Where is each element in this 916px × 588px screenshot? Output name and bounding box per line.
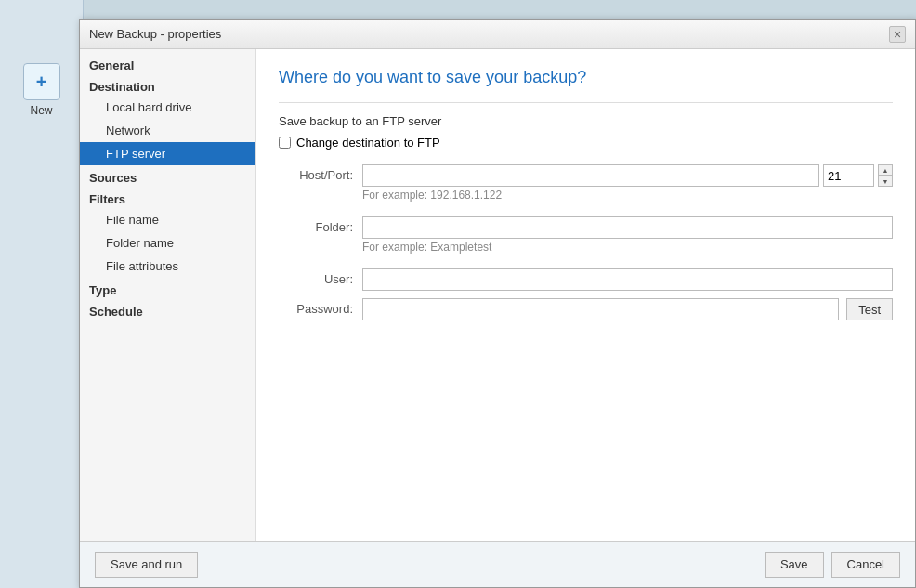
folder-row: Folder: For example: Exampletest xyxy=(279,216,893,265)
host-port-input-row: ▲ ▼ xyxy=(362,164,893,187)
dialog-body: General Destination Local hard drive Net… xyxy=(80,49,915,541)
content-title: Where do you want to save your backup? xyxy=(279,68,893,87)
user-wrap xyxy=(362,268,893,291)
password-input-row: Test xyxy=(362,298,893,320)
option-text: Save backup to an FTP server xyxy=(279,114,893,128)
port-spin-down[interactable]: ▼ xyxy=(878,176,893,187)
footer-right: Save Cancel xyxy=(765,552,900,578)
folder-label: Folder: xyxy=(279,216,362,234)
host-port-row: Host/Port: ▲ ▼ For example: 192.168.1.12… xyxy=(279,164,893,213)
user-row: User: xyxy=(279,268,893,291)
new-label: New xyxy=(30,104,52,117)
cancel-button[interactable]: Cancel xyxy=(831,552,900,578)
password-wrap: Test xyxy=(362,298,893,320)
host-input[interactable] xyxy=(362,164,819,187)
nav-item-folder-name[interactable]: Folder name xyxy=(80,231,255,255)
section-divider xyxy=(279,102,893,103)
save-and-run-button[interactable]: Save and run xyxy=(95,552,198,578)
nav-section-schedule[interactable]: Schedule xyxy=(80,299,255,320)
host-port-wrap: ▲ ▼ For example: 192.168.1.122 xyxy=(362,164,893,213)
folder-wrap: For example: Exampletest xyxy=(362,216,893,265)
change-destination-checkbox[interactable] xyxy=(279,137,291,149)
password-label: Password: xyxy=(279,298,362,316)
footer-left: Save and run xyxy=(95,552,198,578)
nav-section-sources[interactable]: Sources xyxy=(80,165,255,187)
nav-section-type[interactable]: Type xyxy=(80,278,255,299)
user-input-row xyxy=(362,268,893,291)
nav-item-network[interactable]: Network xyxy=(80,119,255,142)
user-input[interactable] xyxy=(362,268,893,291)
nav-item-ftp-server[interactable]: FTP server xyxy=(80,142,255,165)
folder-example: For example: Exampletest xyxy=(362,241,893,254)
password-row: Password: Test xyxy=(279,298,893,320)
content-panel: Where do you want to save your backup? S… xyxy=(256,49,915,541)
nav-item-file-attributes[interactable]: File attributes xyxy=(80,255,255,278)
host-port-label: Host/Port: xyxy=(279,164,362,182)
port-input[interactable] xyxy=(823,164,874,187)
test-button[interactable]: Test xyxy=(846,298,893,320)
port-spin-up[interactable]: ▲ xyxy=(878,164,893,176)
change-destination-label[interactable]: Change destination to FTP xyxy=(296,136,440,150)
folder-input-row xyxy=(362,216,893,239)
host-example: For example: 192.168.1.122 xyxy=(362,189,893,202)
save-button[interactable]: Save xyxy=(765,552,824,578)
nav-section-filters: Filters xyxy=(80,187,255,208)
port-spinner: ▲ ▼ xyxy=(878,164,893,187)
dialog-titlebar: New Backup - properties × xyxy=(80,20,915,49)
dialog-window: New Backup - properties × General Destin… xyxy=(79,19,916,588)
dialog-footer: Save and run Save Cancel xyxy=(80,541,915,587)
close-button[interactable]: × xyxy=(889,26,906,43)
folder-input[interactable] xyxy=(362,216,893,239)
nav-section-general: General xyxy=(80,53,255,74)
user-label: User: xyxy=(279,268,362,286)
nav-item-local-hard-drive[interactable]: Local hard drive xyxy=(80,96,255,119)
dialog-title: New Backup - properties xyxy=(89,27,221,41)
app-sidebar: New xyxy=(0,0,84,588)
new-icon xyxy=(23,63,60,100)
nav-item-file-name[interactable]: File name xyxy=(80,208,255,231)
password-input[interactable] xyxy=(362,298,839,320)
nav-panel: General Destination Local hard drive Net… xyxy=(80,49,256,541)
nav-section-destination[interactable]: Destination xyxy=(80,74,255,96)
change-destination-row: Change destination to FTP xyxy=(279,136,893,150)
new-button[interactable]: New xyxy=(16,56,68,124)
